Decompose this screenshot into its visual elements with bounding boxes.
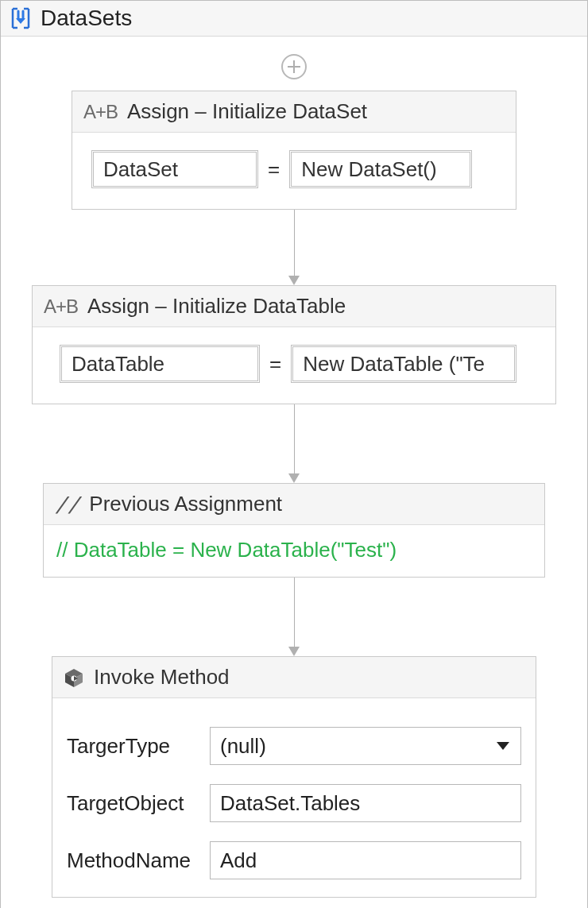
activity-header[interactable]: Invoke Method <box>52 657 536 698</box>
sequence-title: DataSets <box>41 6 132 31</box>
target-type-value: (null) <box>220 734 266 759</box>
equals-label: = <box>268 157 280 182</box>
assign-activity-initialize-dataset[interactable]: A+B Assign – Initialize DataSet DataSet … <box>72 91 516 210</box>
assign-to-field[interactable]: DataSet <box>91 150 258 188</box>
target-type-row: TargerType (null) <box>67 727 521 765</box>
method-name-field[interactable]: Add <box>210 841 521 879</box>
comment-text[interactable]: // DataTable = New DataTable("Test") <box>44 525 544 577</box>
assign-icon: A+B <box>83 101 118 123</box>
assign-to-value: DataTable <box>72 352 164 377</box>
activity-title: Invoke Method <box>94 665 230 690</box>
assign-to-value: DataSet <box>103 157 178 182</box>
target-object-field[interactable]: DataSet.Tables <box>210 784 521 822</box>
sequence-container[interactable]: DataSets A+B Assign – Initialize DataSet… <box>0 0 588 908</box>
chevron-down-icon <box>497 742 509 750</box>
activity-title: Previous Assignment <box>89 492 282 516</box>
flow-connector <box>288 210 300 285</box>
target-type-dropdown[interactable]: (null) <box>210 727 521 765</box>
invoke-body: TargerType (null) TargetObject DataSet.T… <box>52 698 536 897</box>
invoke-method-activity[interactable]: Invoke Method TargerType (null) TargetOb… <box>52 656 536 898</box>
assign-value-text: New DataSet() <box>301 157 437 182</box>
invoke-method-icon <box>64 667 84 688</box>
activity-title: Assign – Initialize DataTable <box>87 294 346 319</box>
activity-header[interactable]: A+B Assign – Initialize DataTable <box>33 286 555 327</box>
assign-activity-initialize-datatable[interactable]: A+B Assign – Initialize DataTable DataTa… <box>32 285 556 404</box>
activity-title: Assign – Initialize DataSet <box>127 99 367 124</box>
sequence-header[interactable]: DataSets <box>1 1 587 37</box>
assign-to-field[interactable]: DataTable <box>60 345 260 383</box>
activity-header[interactable]: // Previous Assignment <box>44 484 544 525</box>
assign-body: DataSet = New DataSet() <box>72 133 516 209</box>
equals-label: = <box>269 352 281 377</box>
target-type-label: TargerType <box>67 734 210 759</box>
method-name-value: Add <box>220 848 257 873</box>
target-object-value: DataSet.Tables <box>220 791 360 816</box>
method-name-row: MethodName Add <box>67 841 521 879</box>
activity-header[interactable]: A+B Assign – Initialize DataSet <box>72 91 516 133</box>
comment-activity[interactable]: // Previous Assignment // DataTable = Ne… <box>43 483 545 578</box>
assign-value-text: New DataTable ("Te <box>303 352 485 377</box>
assign-value-field[interactable]: New DataSet() <box>289 150 472 188</box>
add-activity-top-button[interactable] <box>281 54 307 79</box>
flow-connector <box>288 404 300 483</box>
flow-connector <box>288 578 300 656</box>
assign-icon: A+B <box>44 296 78 318</box>
sequence-icon <box>9 6 33 30</box>
sequence-body: A+B Assign – Initialize DataSet DataSet … <box>1 37 587 908</box>
assign-value-field[interactable]: New DataTable ("Te <box>291 345 516 383</box>
target-object-row: TargetObject DataSet.Tables <box>67 784 521 822</box>
comment-icon: // <box>55 493 79 516</box>
assign-body: DataTable = New DataTable ("Te <box>33 327 555 404</box>
method-name-label: MethodName <box>67 848 210 873</box>
target-object-label: TargetObject <box>67 791 210 816</box>
